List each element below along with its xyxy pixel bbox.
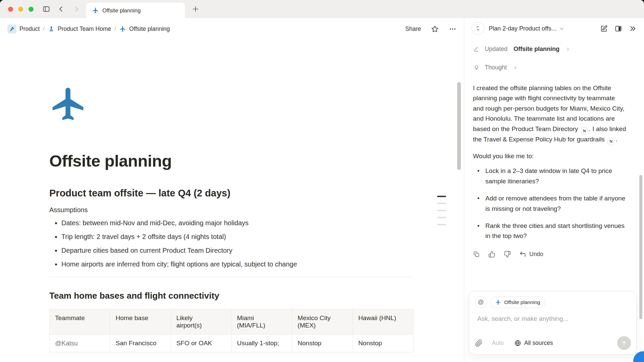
ai-thread-title[interactable]: Plan 2-day Product offs... [489,25,556,32]
column-header: Miami (MIA/FLL) [231,309,292,335]
divider [49,277,414,277]
toc-bar [437,203,446,204]
toc-bar [437,224,446,225]
section-heading-team-bases: Team home bases and flight connectivity [49,291,414,301]
ai-message: I created the offsite planning tables on… [473,83,627,145]
attachment-paperclip-icon[interactable] [475,339,483,347]
table-cell: Nonstop [292,335,353,352]
thought-step-row[interactable]: Thought [473,64,635,71]
page-icon-airplane[interactable] [49,84,88,123]
updated-label: Updated [485,46,507,53]
list-item: Trip length: 2 travel days + 2 offsite d… [61,233,414,241]
list-item: Home airports are inferred from city; fl… [61,260,414,268]
toc-bar [437,217,446,218]
toc-bar [437,196,446,197]
suggestion-item: Add or remove attendees from the table i… [473,193,631,214]
ai-composer[interactable]: @ Offsite planning Ask, search, or make … [469,291,637,355]
chevron-right-icon [513,65,518,70]
section-heading-offsite: Product team offsite — late Q4 (2 days) [49,188,414,199]
breadcrumb-label: Offsite planning [129,25,170,33]
table-of-contents-indicator[interactable] [437,196,446,231]
chevron-down-icon[interactable] [559,26,564,31]
suggestion-item: Rank the three cities and start shortlis… [473,221,631,241]
breadcrumb-toolbar: Product / Product Team Home / Offsite pl… [0,18,464,40]
context-chip-offsite-planning[interactable]: Offsite planning [490,296,545,308]
ai-panel: Plan 2-day Product offs... [464,18,644,362]
chevron-right-icon [566,47,570,52]
thought-label: Thought [485,64,507,71]
all-sources-button[interactable]: All sources [514,340,553,347]
tab-title: Offsite planning [102,7,141,14]
breadcrumb-label: Product Team Home [58,25,111,33]
table-cell: Usually 1-stop; [231,335,292,352]
new-tab-button[interactable] [192,5,199,13]
lightbulb-icon [473,64,480,71]
forward-button[interactable] [72,5,80,13]
more-options-icon[interactable] [449,25,457,33]
notion-ai-corner-button[interactable] [633,351,644,362]
ai-panel-body: Updated Offsite planning Thought I creat… [464,39,644,362]
send-button[interactable] [617,336,631,350]
back-button[interactable] [57,5,65,13]
breadcrumb-separator: / [40,25,48,32]
tab-bar: Offsite planning [0,0,644,18]
breadcrumb-item-product-team-home[interactable]: Product Team Home [48,25,111,33]
pencil-edit-icon [473,46,480,53]
copy-icon[interactable] [473,251,480,258]
notion-ai-face-icon[interactable] [472,22,484,35]
pawn-icon [48,25,55,32]
column-header: Hawaii (HNL) [353,309,414,335]
minimize-window-button[interactable] [18,7,23,12]
updated-page-link[interactable]: Offsite planning [514,46,559,53]
sidebar-toggle-icon[interactable] [42,5,50,13]
list-item: Dates: between mid-Nov and mid-Dec, avoi… [61,219,414,227]
collapse-panel-chevrons-icon[interactable] [629,25,637,33]
main-scrollbar[interactable] [457,82,461,170]
zoom-window-button[interactable] [29,7,34,12]
thumbs-down-icon[interactable] [504,251,511,258]
suggestions-list: Lock in a 2–3 date window in late Q4 to … [473,166,631,241]
table-cell: SFO or OAK [171,335,231,352]
chat-input[interactable]: Ask, search, or make anything... [477,315,631,322]
table-cell: Nonstop [353,335,414,352]
panel-scrollbar[interactable] [639,175,642,319]
thumbs-up-icon[interactable] [488,251,495,258]
page-title: Offsite planning [49,152,414,170]
breadcrumb-item-product[interactable]: Product [7,24,40,34]
column-header: Mexico City (MEX) [292,309,353,335]
table-row: @Katsu San Francisco SFO or OAK Usually … [50,335,414,352]
table-header-row: Teammate Home base Likely airport(s) Mia… [50,309,414,335]
toc-bar [437,210,446,211]
context-chip-label: Offsite planning [504,299,540,305]
document-area: Offsite planning Product team offsite — … [0,40,464,362]
notion-page-badge-icon[interactable]: N [581,127,588,134]
message-actions: Undo [473,251,635,258]
table-cell: San Francisco [110,335,171,352]
mention-at-button[interactable]: @ [475,296,487,308]
message-text: . [615,136,617,143]
ai-question: Would you like me to: [473,153,635,160]
auto-mode-button[interactable]: Auto [492,340,504,347]
teammate-mention[interactable]: @Katsu [55,340,78,347]
tab-offsite-planning[interactable]: Offsite planning [86,3,185,18]
assumptions-label: Assumptions [49,206,414,214]
notion-page-badge-icon[interactable]: N [607,138,614,145]
app-window: Offsite planning Product / Product Team … [0,0,644,362]
list-item: Departure cities based on current Produc… [61,247,414,254]
share-button[interactable]: Share [405,25,421,33]
favorite-star-icon[interactable] [431,25,439,33]
column-header: Likely airport(s) [171,309,231,335]
breadcrumb-item-offsite-planning[interactable]: Offsite planning [119,25,170,33]
ai-panel-header: Plan 2-day Product offs... [464,18,644,39]
flight-connectivity-table: Teammate Home base Likely airport(s) Mia… [49,309,414,352]
close-window-button[interactable] [8,7,13,12]
panel-layout-icon[interactable] [614,25,622,33]
breadcrumb-separator: / [111,25,119,32]
new-chat-compose-icon[interactable] [600,25,608,33]
undo-button[interactable]: Undo [519,251,543,258]
breadcrumb-label: Product [19,25,40,33]
updated-step-row[interactable]: Updated Offsite planning [473,46,635,53]
airplane-icon [495,299,501,305]
undo-arrow-icon [519,251,526,258]
globe-icon [514,340,521,347]
